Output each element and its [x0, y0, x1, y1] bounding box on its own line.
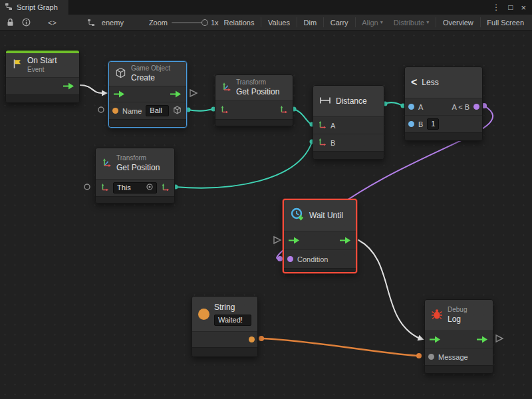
graph-canvas[interactable]: On Start Event Game Object Create: [0, 31, 532, 399]
flow-input-port[interactable]: [114, 88, 125, 100]
align-dropdown[interactable]: Align▾: [356, 16, 388, 29]
create-header: Game Object Create: [109, 62, 186, 86]
get-position-header: Transform Get Position: [215, 75, 293, 100]
string-output-port[interactable]: [249, 336, 255, 342]
flow-input-port[interactable]: [430, 334, 441, 346]
toolbar-separator: [323, 17, 324, 27]
name-value-field[interactable]: Ball: [146, 105, 169, 116]
chevron-down-icon: ▾: [380, 19, 383, 25]
target-input-port[interactable]: [220, 104, 229, 116]
target-dropdown[interactable]: This: [113, 182, 157, 194]
b-value-field[interactable]: 1: [427, 118, 439, 130]
edge-getposition-distance-a[interactable]: [293, 109, 311, 124]
a-input-port[interactable]: [318, 120, 327, 132]
toolbar-separator: [436, 17, 436, 27]
tab-label: Script Graph: [17, 3, 58, 11]
object-picker-icon[interactable]: [146, 184, 153, 192]
a-input-port[interactable]: [408, 104, 414, 110]
edge-arrowhead: [102, 90, 108, 96]
node-get-position-bottom[interactable]: Transform Get Position This: [95, 148, 175, 203]
wait-until-header: Wait Until: [284, 200, 356, 231]
game-object-output-port[interactable]: [173, 105, 182, 117]
message-input-port[interactable]: [428, 354, 434, 360]
flow-output-port[interactable]: [170, 88, 182, 100]
b-port-label: B: [331, 139, 335, 147]
node-create[interactable]: Game Object Create Name Ball: [108, 61, 187, 128]
overview-button[interactable]: Overview: [438, 16, 479, 29]
edge-string-log[interactable]: [262, 338, 418, 356]
transform-icon: [102, 158, 112, 170]
position-output-port[interactable]: [161, 182, 170, 194]
node-get-position-top[interactable]: Transform Get Position: [215, 74, 293, 126]
toolbar-separator: [480, 17, 481, 27]
code-preview-toggle[interactable]: <>: [43, 16, 62, 29]
dim-button[interactable]: Dim: [299, 16, 323, 29]
node-footer: [96, 196, 174, 203]
node-wait-until[interactable]: Wait Until Condition: [283, 199, 357, 273]
string-value-field[interactable]: Waited!: [214, 315, 251, 326]
position-output-port[interactable]: [279, 104, 288, 116]
flow-output-port[interactable]: [477, 334, 488, 346]
edge-getposition-distance-b[interactable]: [175, 142, 312, 188]
message-port-label: Message: [438, 353, 468, 361]
a-port-label: A: [331, 122, 335, 130]
zoom-slider-handle[interactable]: [201, 19, 208, 26]
window-menu-icon[interactable]: ⋮: [492, 3, 500, 11]
b-port-label: B: [418, 120, 423, 128]
node-debug-log[interactable]: Debug Log Message: [424, 299, 493, 374]
chevron-down-icon: ▾: [426, 19, 429, 25]
unconnected-value-port[interactable]: [84, 184, 90, 190]
distribute-dropdown[interactable]: Distribute▾: [388, 16, 434, 29]
edge-onstart-create[interactable]: [80, 85, 102, 93]
debug-log-header: Debug Log: [425, 300, 493, 331]
lock-icon[interactable]: [3, 16, 18, 29]
toolbar-separator: [297, 17, 297, 27]
zoom-slider[interactable]: [172, 22, 207, 23]
values-button[interactable]: Values: [263, 16, 295, 29]
node-footer: [6, 94, 79, 102]
bug-icon: [431, 309, 443, 323]
name-input-port[interactable]: [112, 108, 118, 114]
unconnected-flow-port[interactable]: [274, 237, 281, 243]
unconnected-flow-port[interactable]: [496, 335, 503, 342]
node-footer: [192, 347, 257, 356]
relations-button[interactable]: Relations: [219, 16, 260, 29]
flow-output-port[interactable]: [340, 235, 351, 247]
on-start-header: On Start Event: [6, 53, 79, 77]
flag-icon: [12, 59, 23, 72]
less-than-icon: <: [411, 77, 417, 88]
a-port-label: A: [418, 103, 423, 111]
condition-input-port[interactable]: [287, 256, 293, 262]
close-icon[interactable]: ×: [521, 3, 526, 12]
info-icon[interactable]: [18, 16, 35, 29]
node-footer: [109, 119, 186, 127]
node-less[interactable]: < Less A A < B B 1: [404, 66, 483, 141]
edge-create-getposition[interactable]: [188, 109, 213, 111]
condition-port-label: Condition: [297, 255, 328, 263]
node-distance[interactable]: Distance A B: [313, 85, 384, 160]
node-footer: [215, 119, 293, 126]
distance-header: Distance: [313, 86, 384, 116]
string-type-icon: [198, 309, 209, 320]
graph-name: enemy: [102, 19, 124, 27]
flow-output-port[interactable]: [63, 80, 74, 92]
result-port-label: A < B: [452, 103, 469, 111]
maximize-icon[interactable]: □: [508, 3, 513, 11]
edge-waituntil-log[interactable]: [358, 240, 418, 338]
carry-button[interactable]: Carry: [325, 16, 354, 29]
graph-toolbar: <> enemy Zoom 1x Relations Values Dim Ca…: [0, 15, 532, 31]
fullscreen-button[interactable]: Full Screen: [481, 16, 529, 29]
b-input-port[interactable]: [408, 121, 414, 127]
b-input-port[interactable]: [318, 137, 327, 149]
get-position-header: Transform Get Position: [96, 148, 174, 179]
result-output-port[interactable]: [473, 104, 479, 110]
less-header: < Less: [405, 67, 482, 98]
node-footer: [313, 151, 384, 159]
node-on-start[interactable]: On Start Event: [5, 50, 80, 103]
unconnected-flow-port[interactable]: [190, 90, 197, 96]
flow-input-port[interactable]: [289, 235, 300, 247]
target-input-port[interactable]: [100, 182, 109, 194]
node-string[interactable]: String Waited!: [192, 296, 258, 357]
unconnected-value-port[interactable]: [98, 107, 104, 112]
tab-script-graph[interactable]: Script Graph: [0, 0, 69, 15]
